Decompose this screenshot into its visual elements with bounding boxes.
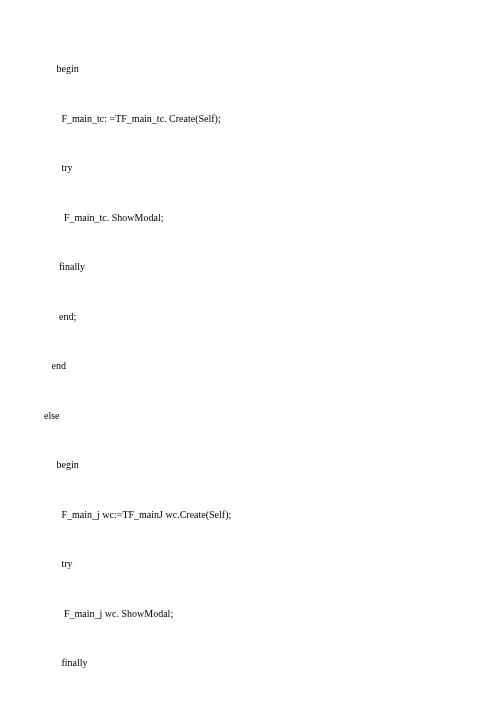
code-line: end; — [34, 309, 466, 326]
code-line: end — [34, 358, 466, 375]
code-line: try — [34, 160, 466, 177]
code-line: F_main_j wc:=TF_mainJ wc.Create(Self); — [34, 507, 466, 524]
document-page: begin F_main_tc: =TF_main_tc. Create(Sel… — [0, 0, 500, 708]
code-line: begin — [34, 61, 466, 78]
code-line: begin — [34, 457, 466, 474]
code-line: finally — [34, 259, 466, 276]
code-line: else — [34, 408, 466, 425]
code-block: begin F_main_tc: =TF_main_tc. Create(Sel… — [34, 28, 466, 708]
code-line: try — [34, 556, 466, 573]
code-line: F_main_tc. ShowModal; — [34, 210, 466, 227]
code-line: finally — [34, 655, 466, 672]
code-line: F_main_tc: =TF_main_tc. Create(Self); — [34, 111, 466, 128]
code-line: end; — [34, 705, 466, 709]
code-line: F_main_j wc. ShowModal; — [34, 606, 466, 623]
